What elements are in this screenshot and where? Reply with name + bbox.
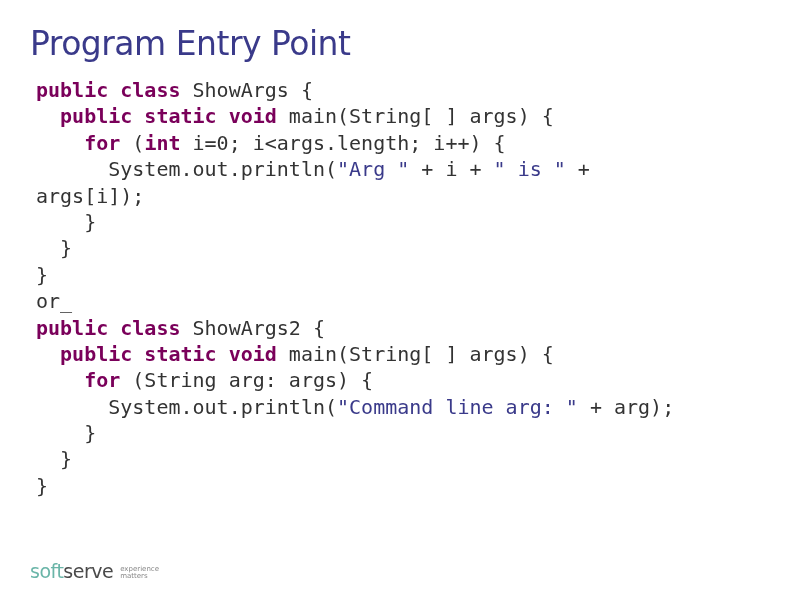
code-line: } xyxy=(36,209,770,235)
code-text: args[i]); xyxy=(36,184,144,208)
keyword: public class xyxy=(36,78,181,102)
tagline-line2: matters xyxy=(120,573,159,580)
keyword: public class xyxy=(36,316,181,340)
code-text: ShowArgs { xyxy=(181,78,313,102)
code-text: System.out.println( xyxy=(36,395,337,419)
code-text: + i + xyxy=(409,157,493,181)
code-line: public static void main(String[ ] args) … xyxy=(36,341,770,367)
logo-serve: serve xyxy=(63,560,113,582)
code-text: System.out.println( xyxy=(36,157,337,181)
code-text: + xyxy=(566,157,590,181)
code-text: } xyxy=(36,474,48,498)
code-line: for (int i=0; i<args.length; i++) { xyxy=(36,130,770,156)
code-line: } xyxy=(36,446,770,472)
code-text: + arg); xyxy=(578,395,674,419)
string-literal: " is " xyxy=(494,157,566,181)
code-line: public class ShowArgs2 { xyxy=(36,315,770,341)
code-text: ( xyxy=(132,131,144,155)
keyword: public static void xyxy=(36,342,277,366)
logo-text: softserve xyxy=(30,560,113,582)
code-text: or_ xyxy=(36,289,72,313)
code-line: args[i]); xyxy=(36,183,770,209)
keyword: for xyxy=(36,131,132,155)
keyword: int xyxy=(144,131,180,155)
slide-title: Program Entry Point xyxy=(30,24,770,63)
code-text: } xyxy=(36,263,48,287)
code-text: } xyxy=(36,210,96,234)
code-text: } xyxy=(36,447,72,471)
code-line: } xyxy=(36,235,770,261)
string-literal: "Arg " xyxy=(337,157,409,181)
code-line: public static void main(String[ ] args) … xyxy=(36,103,770,129)
code-text: i=0; i<args.length; i++) { xyxy=(181,131,506,155)
code-line: public class ShowArgs { xyxy=(36,77,770,103)
code-text: main(String[ ] args) { xyxy=(277,104,554,128)
code-line: System.out.println("Command line arg: " … xyxy=(36,394,770,420)
code-line: } xyxy=(36,473,770,499)
code-line: System.out.println("Arg " + i + " is " + xyxy=(36,156,770,182)
code-line: for (String arg: args) { xyxy=(36,367,770,393)
code-line: or_ xyxy=(36,288,770,314)
slide-container: Program Entry Point public class ShowArg… xyxy=(0,0,800,600)
logo-tagline: experience matters xyxy=(120,566,159,580)
logo-soft: soft xyxy=(30,560,63,582)
softserve-logo: softserve experience matters xyxy=(30,560,159,582)
code-text: ShowArgs2 { xyxy=(181,316,326,340)
code-text: main(String[ ] args) { xyxy=(277,342,554,366)
keyword: public static void xyxy=(36,104,277,128)
code-block: public class ShowArgs { public static vo… xyxy=(30,77,770,499)
code-line: } xyxy=(36,262,770,288)
keyword: for xyxy=(36,368,132,392)
code-text: (String arg: args) { xyxy=(132,368,373,392)
string-literal: "Command line arg: " xyxy=(337,395,578,419)
code-line: } xyxy=(36,420,770,446)
code-text: } xyxy=(36,421,96,445)
code-text: } xyxy=(36,236,72,260)
